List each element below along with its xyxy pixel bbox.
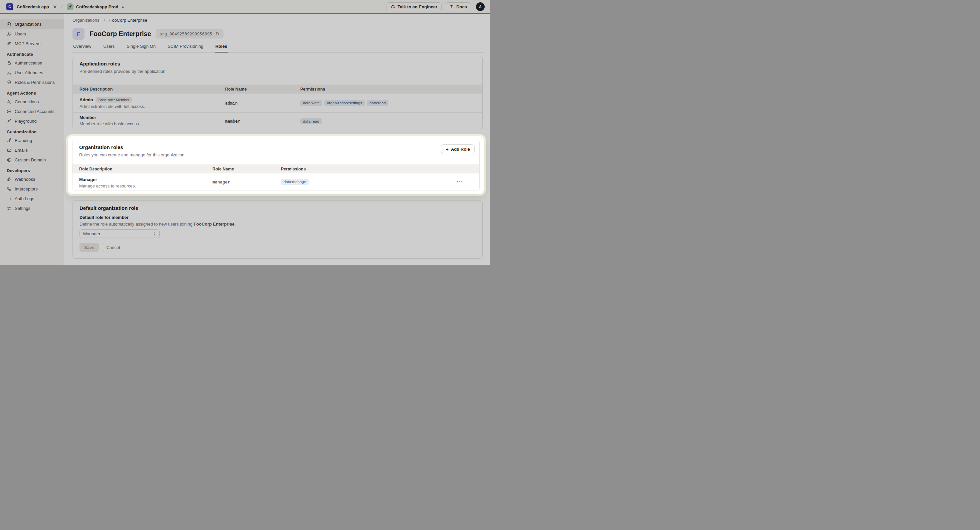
environment-name[interactable]: Coffeedeskapp Prod bbox=[76, 4, 118, 10]
sidebar-item-label: Organizations bbox=[15, 22, 41, 27]
form-buttons: Save Cancel bbox=[80, 243, 476, 252]
sidebar-item-connected-accounts[interactable]: Connected Accounts bbox=[0, 107, 64, 116]
spotlight-card: Organization roles Roles you can create … bbox=[68, 136, 484, 194]
rocket-icon bbox=[67, 3, 73, 10]
spotlight-halo: Organization roles Roles you can create … bbox=[66, 134, 486, 196]
sidebar-item-interceptors[interactable]: Interceptors bbox=[0, 184, 64, 194]
sidebar-item-label: Connected Accounts bbox=[15, 109, 54, 114]
role-slug-cell: member bbox=[225, 113, 300, 130]
user-gear-icon bbox=[7, 70, 12, 75]
sidebar-item-authentication[interactable]: Authentication bbox=[0, 58, 64, 68]
application-roles-subtitle: Pre-defined roles provided by the applic… bbox=[80, 69, 476, 74]
sidebar-item-label: Roles & Permissions bbox=[15, 80, 55, 85]
permission-chips: data:manage bbox=[281, 179, 309, 185]
docs-button[interactable]: Docs bbox=[445, 2, 471, 11]
org-avatar: F bbox=[73, 28, 84, 40]
docs-label: Docs bbox=[456, 4, 467, 10]
sidebar-item-label: Auth Logs bbox=[15, 196, 34, 201]
talk-to-engineer-label: Talk to an Engineer bbox=[398, 4, 437, 10]
sidebar-item-auth-logs[interactable]: Auth Logs bbox=[0, 194, 64, 204]
column-role-name: Role Name bbox=[212, 167, 281, 171]
sidebar-item-emails[interactable]: Emails bbox=[0, 145, 64, 155]
tab-overview[interactable]: Overview bbox=[73, 44, 92, 53]
breadcrumb: Organizations FooCorp Enterprise bbox=[73, 17, 147, 23]
organization-roles-title: Organization roles bbox=[79, 144, 186, 150]
sidebar-item-label: Users bbox=[15, 32, 26, 37]
role-slug: member bbox=[225, 119, 240, 124]
save-button[interactable]: Save bbox=[80, 243, 99, 252]
sparkle-icon bbox=[7, 119, 12, 124]
sidebar-section-authenticate: Authenticate bbox=[0, 50, 64, 59]
talk-to-engineer-button[interactable]: Talk to an Engineer bbox=[386, 2, 442, 11]
chevron-right-icon bbox=[102, 18, 106, 22]
row-actions-button[interactable]: ··· bbox=[457, 179, 464, 184]
tab-scim-provisioning[interactable]: SCIM Provisioning bbox=[167, 44, 204, 53]
base-role-badge: Base role: Member bbox=[95, 97, 132, 102]
permission-chip: data:read bbox=[367, 100, 388, 106]
default-role-field-label: Default role for member bbox=[80, 215, 476, 220]
headphones-icon bbox=[390, 4, 395, 9]
default-role-description: Define the role automatically assigned t… bbox=[80, 222, 476, 227]
org-id-chip[interactable]: org_98492539299956995 bbox=[156, 29, 223, 38]
sidebar-section-customization: Customization bbox=[0, 127, 64, 136]
sidebar-item-label: User Attributes bbox=[15, 70, 43, 75]
sidebar-item-users[interactable]: Users bbox=[0, 29, 64, 39]
book-icon bbox=[449, 4, 454, 9]
sidebar-item-label: Webhooks bbox=[15, 177, 35, 182]
default-role-select[interactable]: Manager bbox=[80, 229, 160, 238]
sidebar-item-label: Branding bbox=[15, 138, 32, 143]
sidebar-item-label: Playground bbox=[15, 119, 37, 124]
chevron-up-down-icon[interactable] bbox=[121, 5, 125, 9]
sidebar-item-webhooks[interactable]: Webhooks bbox=[0, 174, 64, 184]
permission-chip: organization:settings bbox=[325, 100, 365, 106]
select-value: Manager bbox=[83, 231, 100, 236]
app-logo[interactable]: C bbox=[6, 3, 13, 10]
sidebar-item-roles-permissions[interactable]: Roles & Permissions bbox=[0, 78, 64, 87]
tab-single-sign-on[interactable]: Single Sign On bbox=[126, 44, 156, 53]
gear-icon[interactable] bbox=[52, 4, 57, 10]
org-id-value: org_98492539299956995 bbox=[159, 32, 212, 37]
shield-check-icon bbox=[7, 80, 12, 85]
breadcrumb-organizations[interactable]: Organizations bbox=[73, 18, 99, 23]
copy-icon[interactable] bbox=[215, 32, 220, 36]
breadcrumb-slash: / bbox=[62, 4, 63, 10]
application-roles-panel: Application roles Pre-defined roles prov… bbox=[73, 56, 483, 129]
role-name-label: Manager bbox=[79, 177, 97, 182]
column-role-name: Role Name bbox=[225, 87, 300, 91]
sidebar-item-organizations[interactable]: Organizations bbox=[0, 19, 64, 29]
role-name-label: Member bbox=[80, 115, 96, 120]
sidebar-item-custom-domain[interactable]: Custom Domain bbox=[0, 155, 64, 165]
sidebar-item-branding[interactable]: Branding bbox=[0, 136, 64, 145]
tab-roles[interactable]: Roles bbox=[215, 44, 228, 53]
plus-icon: + bbox=[445, 147, 449, 152]
application-roles-title: Application roles bbox=[80, 61, 476, 67]
table-row-member: Member Member role with basic access. me… bbox=[73, 113, 482, 130]
sidebar-item-user-attributes[interactable]: User Attributes bbox=[0, 68, 64, 78]
mcp-icon bbox=[7, 41, 12, 46]
sidebar-item-label: MCP Servers bbox=[15, 41, 40, 46]
role-slug-cell: admin bbox=[225, 94, 300, 112]
breadcrumb-current: FooCorp Enterprise bbox=[109, 18, 147, 23]
add-role-button[interactable]: + Add Role bbox=[441, 144, 475, 154]
sidebar-section-agent-actions: Agent Actions bbox=[0, 89, 64, 97]
sliders-icon bbox=[7, 206, 12, 211]
sidebar-item-settings[interactable]: Settings bbox=[0, 204, 64, 213]
sidebar-item-connections[interactable]: Connections bbox=[0, 97, 64, 107]
user-avatar[interactable]: A bbox=[476, 2, 485, 11]
tab-users[interactable]: Users bbox=[103, 44, 115, 53]
page-header: F FooCorp Enterprise org_984925392999569… bbox=[73, 28, 223, 40]
envelope-icon bbox=[7, 148, 12, 153]
cancel-button[interactable]: Cancel bbox=[102, 243, 124, 252]
app-name[interactable]: Coffeedesk.app bbox=[17, 4, 49, 10]
sidebar-item-label: Interceptors bbox=[15, 187, 38, 192]
building-icon bbox=[7, 22, 12, 27]
permission-chips: data:writeorganization:settingsdata:read bbox=[300, 100, 388, 106]
sidebar-item-mcp-servers[interactable]: MCP Servers bbox=[0, 39, 64, 48]
main-content: Organizations FooCorp Enterprise F FooCo… bbox=[64, 14, 490, 265]
sidebar-item-playground[interactable]: Playground bbox=[0, 116, 64, 126]
sidebar-item-label: Connections bbox=[15, 99, 39, 104]
add-role-label: Add Role bbox=[451, 147, 470, 152]
role-slug: admin bbox=[225, 101, 238, 105]
role-description-text: Member role with basic access. bbox=[80, 121, 225, 126]
globe-icon bbox=[7, 157, 12, 163]
